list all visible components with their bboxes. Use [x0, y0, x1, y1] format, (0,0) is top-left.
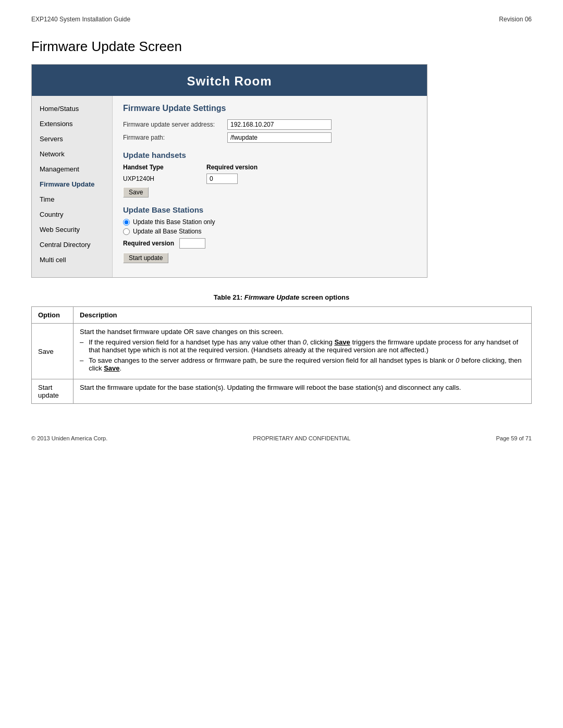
footer-center: PROPRIETARY AND CONFIDENTIAL: [253, 435, 350, 441]
desc-intro: Start the handset firmware update OR sav…: [80, 328, 284, 336]
desc-list: – If the required version field for a ha…: [80, 338, 525, 372]
sidebar-item-country[interactable]: Country: [32, 207, 112, 222]
radio-row-1: Update this Base Station only: [123, 218, 417, 226]
footer-right: Page 59 of 71: [496, 435, 532, 441]
footer-left: © 2013 Uniden America Corp.: [31, 435, 107, 441]
sidebar-item-time[interactable]: Time: [32, 192, 112, 207]
section2-title: Update handsets: [123, 151, 417, 159]
section2: Update handsets Handset Type Required ve…: [123, 151, 417, 198]
ui-body: Home/Status Extensions Servers Network M…: [32, 96, 427, 277]
sidebar-item-multi-cell[interactable]: Multi cell: [32, 252, 112, 267]
radio-group: Update this Base Station only Update all…: [123, 218, 417, 235]
col-handset-header: Handset Type: [123, 164, 206, 171]
table-caption: Table 21: Firmware Update screen options: [31, 293, 532, 301]
start-update-button[interactable]: Start update: [123, 253, 168, 263]
server-input[interactable]: [227, 119, 332, 130]
sidebar-item-central-directory[interactable]: Central Directory: [32, 237, 112, 252]
sidebar-item-home-status[interactable]: Home/Status: [32, 101, 112, 116]
handset-type-value: UXP1240H: [123, 175, 206, 182]
doc-header: EXP1240 System Installation Guide Revisi…: [31, 16, 532, 23]
col-version-header: Required version: [206, 164, 258, 171]
section3-title: Update Base Stations: [123, 205, 417, 214]
radio1-label: Update this Base Station only: [133, 218, 215, 226]
ui-container: Switch Room Home/Status Extensions Serve…: [31, 64, 427, 278]
option-save: Save: [32, 324, 74, 379]
sidebar-item-firmware-update[interactable]: Firmware Update: [32, 177, 112, 192]
table-row-start-update: Start update Start the firmware update f…: [32, 379, 532, 404]
save-button[interactable]: Save: [123, 187, 149, 198]
handset-table-header: Handset Type Required version: [123, 164, 417, 171]
server-row: Firmware update server address:: [123, 119, 417, 130]
sidebar-item-management[interactable]: Management: [32, 162, 112, 177]
sidebar: Home/Status Extensions Servers Network M…: [32, 96, 113, 277]
option-start-update: Start update: [32, 379, 74, 404]
radio-this-station[interactable]: [123, 219, 130, 226]
sidebar-item-network[interactable]: Network: [32, 146, 112, 162]
radio2-label: Update all Base Stations: [133, 228, 201, 235]
desc-start-update: Start the firmware update for the base s…: [74, 379, 532, 404]
radio-all-stations[interactable]: [123, 228, 130, 235]
ui-header: Switch Room: [32, 65, 427, 96]
desc-bullet-1: – If the required version field for a ha…: [80, 338, 525, 354]
header-right: Revision 06: [499, 16, 532, 23]
options-table: Option Description Save Start the handse…: [31, 306, 532, 404]
server-label: Firmware update server address:: [123, 121, 227, 128]
handset-row: UXP1240H: [123, 174, 417, 184]
dash-1: –: [80, 338, 83, 354]
section1-title: Firmware Update Settings: [123, 104, 417, 113]
bullet-2-text: To save changes to the server address or…: [89, 356, 525, 372]
table-row-save: Save Start the handset firmware update O…: [32, 324, 532, 379]
handset-version-input[interactable]: [206, 174, 238, 184]
page-title: Firmware Update Screen: [31, 39, 532, 55]
sidebar-item-extensions[interactable]: Extensions: [32, 116, 112, 131]
radio-row-2: Update all Base Stations: [123, 228, 417, 235]
section3: Update Base Stations Update this Base St…: [123, 205, 417, 263]
doc-footer: © 2013 Uniden America Corp. PROPRIETARY …: [31, 435, 532, 441]
ui-title: Switch Room: [32, 74, 427, 89]
path-input[interactable]: [227, 132, 332, 143]
col2-header: Description: [74, 307, 532, 324]
header-left: EXP1240 System Installation Guide: [31, 16, 130, 23]
desc-bullet-2: – To save changes to the server address …: [80, 356, 525, 372]
req-version-label: Required version: [123, 240, 174, 247]
path-label: Firmware path:: [123, 134, 227, 141]
path-row: Firmware path:: [123, 132, 417, 143]
sidebar-item-web-security[interactable]: Web Security: [32, 222, 112, 237]
dash-2: –: [80, 356, 83, 372]
sidebar-item-servers[interactable]: Servers: [32, 131, 112, 146]
col1-header: Option: [32, 307, 74, 324]
desc-save: Start the handset firmware update OR sav…: [74, 324, 532, 379]
bullet-1-text: If the required version field for a hand…: [89, 338, 525, 354]
req-version-row: Required version: [123, 238, 417, 249]
req-version-input[interactable]: [179, 238, 205, 249]
main-content: Firmware Update Settings Firmware update…: [113, 96, 427, 277]
